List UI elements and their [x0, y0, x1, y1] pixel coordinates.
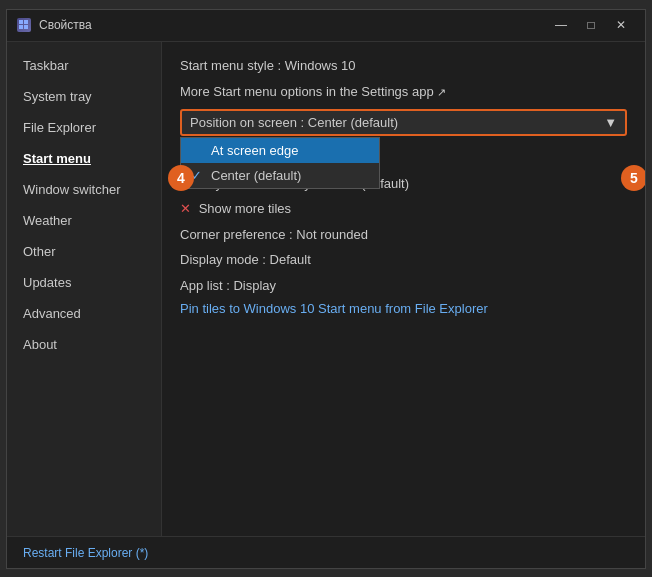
- svg-rect-3: [24, 25, 28, 29]
- pin-tiles-link-row: Pin tiles to Windows 10 Start menu from …: [180, 301, 627, 316]
- sidebar-item-advanced[interactable]: Advanced: [7, 298, 161, 329]
- sidebar-item-about[interactable]: About: [7, 329, 161, 360]
- svg-rect-2: [19, 25, 23, 29]
- position-dropdown-menu: At screen edge ✓ Center (default): [180, 137, 380, 189]
- more-options-link[interactable]: More Start menu options in the Settings …: [180, 84, 446, 99]
- external-link-icon: ↗: [437, 86, 446, 98]
- content-area: Taskbar System tray File Explorer Start …: [7, 42, 645, 536]
- dropdown-option-at-screen-edge[interactable]: At screen edge: [181, 138, 379, 163]
- app-list-row: App list : Display: [180, 276, 627, 296]
- sidebar-item-system-tray[interactable]: System tray: [7, 81, 161, 112]
- maximize-button[interactable]: □: [577, 15, 605, 35]
- bottom-bar: Restart File Explorer (*): [7, 536, 645, 568]
- x-mark-icon: ✕: [180, 201, 191, 216]
- sidebar: Taskbar System tray File Explorer Start …: [7, 42, 162, 536]
- window-title: Свойства: [39, 18, 92, 32]
- titlebar: Свойства — □ ✕: [7, 10, 645, 42]
- close-button[interactable]: ✕: [607, 15, 635, 35]
- titlebar-left: Свойства: [17, 18, 92, 32]
- badge-5: 5: [621, 165, 645, 191]
- display-mode-row: Display mode : Default: [180, 250, 627, 270]
- sidebar-item-taskbar[interactable]: Taskbar: [7, 50, 161, 81]
- titlebar-controls: — □ ✕: [547, 15, 635, 35]
- corner-preference-row: Corner preference : Not rounded: [180, 225, 627, 245]
- main-content: Start menu style : Windows 10 More Start…: [162, 42, 645, 536]
- sidebar-item-updates[interactable]: Updates: [7, 267, 161, 298]
- sidebar-item-other[interactable]: Other: [7, 236, 161, 267]
- dropdown-arrow-icon: ▼: [604, 115, 617, 130]
- show-more-tiles-row: ✕ Show more tiles: [180, 199, 627, 219]
- start-menu-style-row: Start menu style : Windows 10: [180, 56, 627, 77]
- position-dropdown-container: 4 5 Position on screen : Center (default…: [180, 109, 627, 136]
- minimize-button[interactable]: —: [547, 15, 575, 35]
- app-icon: [17, 18, 31, 32]
- svg-rect-1: [24, 20, 28, 24]
- sidebar-item-window-switcher[interactable]: Window switcher: [7, 174, 161, 205]
- sidebar-item-weather[interactable]: Weather: [7, 205, 161, 236]
- dropdown-option-center-default[interactable]: ✓ Center (default): [181, 163, 379, 188]
- more-options-row: More Start menu options in the Settings …: [180, 84, 627, 99]
- position-dropdown-label[interactable]: Position on screen : Center (default) ▼: [180, 109, 627, 136]
- sidebar-item-file-explorer[interactable]: File Explorer: [7, 112, 161, 143]
- pin-tiles-link[interactable]: Pin tiles to Windows 10 Start menu from …: [180, 301, 488, 316]
- restart-file-explorer-link[interactable]: Restart File Explorer (*): [23, 546, 148, 560]
- svg-rect-0: [19, 20, 23, 24]
- main-window: Свойства — □ ✕ Taskbar System tray File …: [6, 9, 646, 569]
- sidebar-item-start-menu[interactable]: Start menu: [7, 143, 161, 174]
